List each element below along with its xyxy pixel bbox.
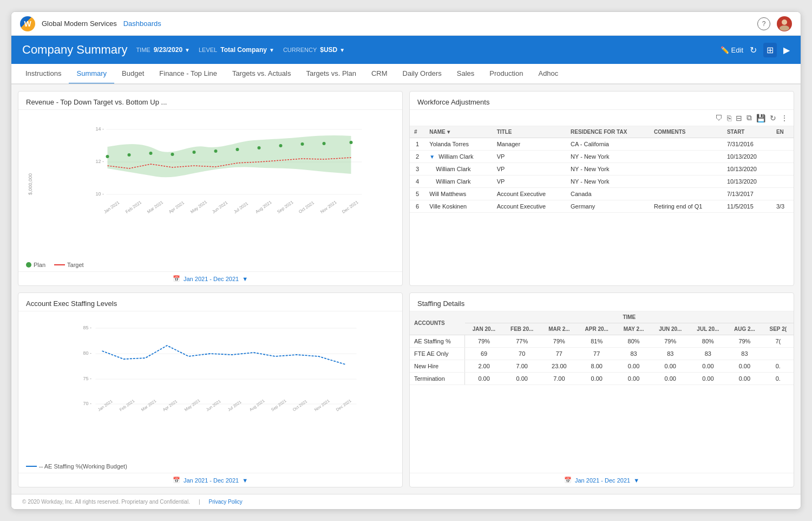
tab-instructions[interactable]: Instructions — [18, 64, 69, 84]
video-button[interactable]: ▶ — [783, 45, 790, 55]
row-start: 7/13/2017 — [723, 188, 772, 200]
svg-text:Nov 2021: Nov 2021 — [313, 398, 330, 412]
cell-value: 77 — [541, 348, 577, 360]
row-name: ▼ William Clark — [425, 151, 492, 163]
filter-icon[interactable]: ⛉ — [715, 114, 723, 122]
staffing-chart-area: 85 - 80 - 75 - 70 - Jan 2021 Feb 2021 Ma… — [18, 311, 402, 460]
svg-text:Feb 2021: Feb 2021 — [125, 200, 142, 214]
cell-value: 83 — [651, 348, 689, 360]
staffing-details-panel: Staffing Details ACCOUNTS TIME JAN 20...… — [409, 292, 794, 487]
svg-text:May 2021: May 2021 — [184, 398, 201, 412]
columns-icon[interactable]: ⊟ — [736, 114, 742, 122]
tab-targets-vs-plan[interactable]: Targets vs. Plan — [298, 64, 364, 84]
dashboards-link[interactable]: Dashboards — [123, 19, 161, 28]
cell-value: 8.00 — [577, 360, 616, 373]
tab-adhoc[interactable]: Adhoc — [531, 64, 566, 84]
svg-text:Dec 2021: Dec 2021 — [335, 398, 352, 412]
list-item: Termination0.000.007.000.000.000.000.000… — [410, 373, 794, 385]
month-header-4: MAY 2... — [616, 323, 651, 335]
revenue-chart-footer[interactable]: 📅 Jan 2021 - Dec 2021 ▼ — [18, 271, 402, 285]
cell-value: 77 — [577, 348, 616, 360]
row-comments — [650, 138, 723, 151]
cell-value: 81% — [577, 335, 616, 348]
row-name: Yolanda Torres — [425, 138, 492, 151]
row-comments: Retiring end of Q1 — [650, 200, 723, 213]
table-row: 6 Ville Koskinen Account Executive Germa… — [410, 200, 794, 213]
workforce-table-container: # NAME ▾ TITLE RESIDENCE FOR TAX COMMENT… — [410, 126, 794, 285]
col-title: TITLE — [493, 126, 566, 138]
workforce-title: Workforce Adjustments — [410, 92, 794, 110]
svg-text:Jul 2021: Jul 2021 — [227, 400, 242, 413]
svg-point-11 — [171, 153, 174, 156]
tab-production[interactable]: Production — [482, 64, 531, 84]
row-start: 10/13/2020 — [723, 151, 772, 163]
row-residence: Canada — [566, 188, 650, 200]
svg-text:Jun 2021: Jun 2021 — [205, 399, 221, 412]
tab-sales[interactable]: Sales — [449, 64, 482, 84]
staffing-svg: 85 - 80 - 75 - 70 - Jan 2021 Feb 2021 Ma… — [36, 316, 402, 413]
svg-point-1 — [780, 25, 789, 31]
tab-finance---top-line[interactable]: Finance - Top Line — [152, 64, 225, 84]
cell-value: 23.00 — [541, 360, 577, 373]
cell-value: 77% — [503, 335, 541, 348]
top-nav: W Global Modern Services Dashboards ? — [11, 12, 801, 36]
row-title: Account Executive — [493, 200, 566, 213]
cell-value: 79% — [726, 335, 762, 348]
export-icon[interactable]: ⎘ — [727, 114, 731, 122]
cell-value: 80% — [616, 335, 651, 348]
cell-value: 79% — [465, 335, 503, 348]
staffing-details-footer[interactable]: 📅 Jan 2021 - Dec 2021 ▼ — [410, 473, 794, 487]
content-area: Revenue - Top Down Target vs. Bottom Up … — [11, 84, 801, 494]
row-residence: NY - New York — [566, 175, 650, 188]
row-start: 10/13/2020 — [723, 163, 772, 175]
svg-text:70 -: 70 - — [83, 401, 92, 406]
cell-value: 79% — [541, 335, 577, 348]
col-name[interactable]: NAME ▾ — [425, 126, 492, 138]
expand-icon[interactable]: ▼ — [429, 154, 435, 160]
tab-budget[interactable]: Budget — [114, 64, 152, 84]
tab-crm[interactable]: CRM — [364, 64, 395, 84]
cell-value — [763, 348, 794, 360]
save-icon[interactable]: 💾 — [756, 114, 765, 122]
target-line — [54, 264, 65, 265]
help-icon[interactable]: ? — [757, 17, 770, 30]
edit-button[interactable]: ✏️ Edit — [721, 46, 743, 54]
tab-summary[interactable]: Summary — [69, 64, 114, 84]
cell-value: 70 — [503, 348, 541, 360]
list-item: New Hire2.007.0023.008.000.000.000.000.0… — [410, 360, 794, 373]
svg-text:May 2021: May 2021 — [189, 199, 208, 214]
svg-text:10 -: 10 - — [96, 191, 104, 197]
workforce-table-header: # NAME ▾ TITLE RESIDENCE FOR TAX COMMENT… — [410, 126, 794, 138]
cell-value: 69 — [465, 348, 503, 360]
cell-value: 7.00 — [503, 360, 541, 373]
grid-view-button[interactable]: ⊞ — [763, 43, 777, 57]
svg-text:Jun 2021: Jun 2021 — [211, 200, 229, 214]
account-name: New Hire — [410, 360, 465, 373]
currency-filter[interactable]: CURRENCY $USD ▼ — [283, 46, 345, 54]
list-item: FTE AE Only6970777783838383 — [410, 348, 794, 360]
row-comments — [650, 163, 723, 175]
svg-point-0 — [782, 19, 787, 25]
refresh-icon[interactable]: ↻ — [770, 114, 776, 122]
month-header-1: FEB 20... — [503, 323, 541, 335]
user-avatar[interactable] — [777, 16, 792, 31]
refresh-button[interactable]: ↻ — [750, 45, 757, 55]
cell-value: 0.00 — [689, 360, 726, 373]
more-icon[interactable]: ⋮ — [781, 114, 788, 122]
row-num: 4 — [410, 175, 425, 188]
level-filter[interactable]: LEVEL Total Company ▼ — [199, 46, 274, 54]
svg-text:Apr 2021: Apr 2021 — [162, 399, 178, 412]
copy-icon[interactable]: ⧉ — [746, 113, 752, 122]
tab-daily-orders[interactable]: Daily Orders — [395, 64, 449, 84]
staffing-details-title: Staffing Details — [410, 293, 794, 311]
svg-text:Apr 2021: Apr 2021 — [168, 200, 185, 214]
col-num: # — [410, 126, 425, 138]
cell-value: 0.00 — [689, 373, 726, 385]
staffing-chart-footer[interactable]: 📅 Jan 2021 - Dec 2021 ▼ — [18, 473, 402, 487]
svg-text:Sep 2021: Sep 2021 — [270, 398, 287, 412]
account-name: FTE AE Only — [410, 348, 465, 360]
row-num: 1 — [410, 138, 425, 151]
privacy-policy-link[interactable]: Privacy Policy — [209, 499, 243, 505]
tab-targets-vs-actuals[interactable]: Targets vs. Actuals — [225, 64, 298, 84]
time-filter[interactable]: TIME 9/23/2020 ▼ — [136, 46, 190, 54]
